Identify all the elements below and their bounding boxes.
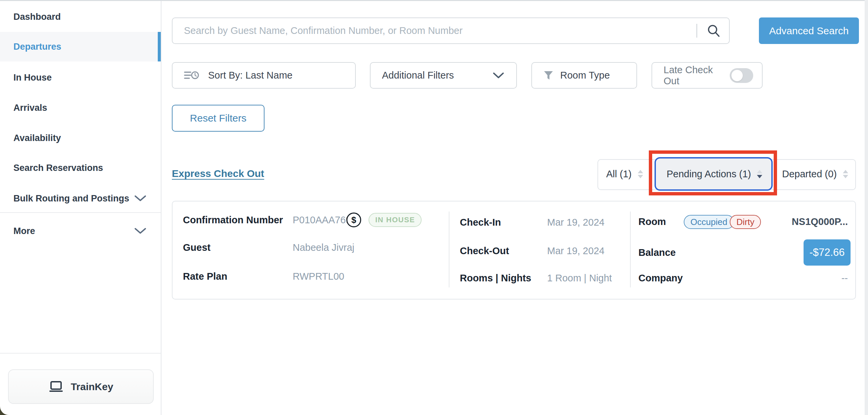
room-type-label: Room Type bbox=[560, 70, 610, 81]
trainkey-label: TrainKey bbox=[71, 381, 114, 392]
tab-all[interactable]: All (1) bbox=[606, 159, 643, 189]
rate-plan-value: RWPRTL00 bbox=[293, 271, 344, 282]
laptop-icon bbox=[49, 381, 63, 392]
sidebar-item-label: More bbox=[13, 226, 35, 236]
balance-label: Balance bbox=[639, 247, 676, 258]
room-number-value: NS1Q000P... bbox=[792, 216, 848, 227]
search-input[interactable] bbox=[172, 18, 730, 44]
rooms-nights-value: 1 Room | Night bbox=[547, 273, 612, 284]
card-column-divider bbox=[630, 211, 631, 288]
company-value: -- bbox=[841, 273, 848, 284]
sort-icon bbox=[173, 69, 199, 82]
sidebar-item-departures[interactable]: Departures bbox=[0, 32, 161, 61]
sidebar-item-more[interactable]: More bbox=[0, 217, 161, 245]
sort-by-label: Sort By: Last Name bbox=[208, 70, 292, 81]
tab-departed-label: Departed (0) bbox=[782, 169, 837, 180]
sidebar-item-label: Dashboard bbox=[13, 12, 61, 22]
guest-label: Guest bbox=[183, 242, 211, 253]
chevron-down-icon bbox=[134, 228, 146, 234]
toggle-knob bbox=[732, 70, 743, 81]
confirmation-number-label: Confirmation Number bbox=[183, 214, 283, 226]
trainkey-button[interactable]: TrainKey bbox=[8, 369, 154, 404]
scrollbar-track[interactable] bbox=[865, 0, 868, 415]
search-field-divider bbox=[696, 24, 697, 38]
guest-value: Nabeela Jivraj bbox=[293, 242, 354, 253]
chevron-down-icon bbox=[493, 72, 504, 79]
late-check-out-label: Late Check Out bbox=[652, 64, 730, 87]
in-house-status-badge: IN HOUSE bbox=[369, 213, 422, 227]
tab-pending-actions[interactable]: Pending Actions (1) bbox=[654, 157, 773, 191]
rate-plan-label: Rate Plan bbox=[183, 271, 227, 282]
sidebar: Dashboard Departures In House Arrivals A… bbox=[0, 1, 161, 415]
late-check-out-filter: Late Check Out bbox=[651, 62, 763, 89]
check-in-label: Check-In bbox=[460, 217, 501, 228]
sidebar-item-label: Search Reservations bbox=[13, 163, 103, 173]
sort-arrows-icon bbox=[843, 170, 848, 178]
tab-departed[interactable]: Departed (0) bbox=[782, 159, 848, 189]
sidebar-item-label: Bulk Routing and Postings bbox=[13, 194, 129, 204]
sidebar-item-label: In House bbox=[13, 72, 52, 83]
express-check-out-link[interactable]: Express Check Out bbox=[172, 168, 264, 179]
rooms-nights-label: Rooms | Nights bbox=[460, 273, 531, 284]
room-dirty-badge: Dirty bbox=[730, 215, 761, 229]
check-out-value: Mar 19, 2024 bbox=[547, 245, 604, 257]
balance-value: -$72.66 bbox=[809, 246, 844, 259]
active-indicator bbox=[158, 32, 161, 61]
sort-by-dropdown[interactable]: Sort By: Last Name bbox=[172, 62, 356, 89]
sidebar-item-label: Arrivals bbox=[13, 103, 47, 113]
dollar-icon[interactable]: $ bbox=[346, 212, 361, 227]
sidebar-item-label: Departures bbox=[13, 41, 61, 52]
tab-pending-actions-label: Pending Actions (1) bbox=[666, 169, 751, 180]
room-type-filter[interactable]: Room Type bbox=[531, 62, 637, 89]
sidebar-item-arrivals[interactable]: Arrivals bbox=[0, 94, 161, 122]
card-column-divider bbox=[449, 211, 450, 288]
sidebar-divider bbox=[0, 212, 161, 213]
check-in-value: Mar 19, 2024 bbox=[547, 217, 604, 228]
additional-filters-dropdown[interactable]: Additional Filters bbox=[370, 62, 517, 89]
sidebar-item-label: Availability bbox=[13, 133, 61, 143]
company-label: Company bbox=[639, 273, 683, 284]
sidebar-item-in-house[interactable]: In House bbox=[0, 63, 161, 92]
room-occupied-badge: Occupied bbox=[684, 215, 734, 229]
sort-arrows-icon bbox=[638, 170, 643, 178]
room-label: Room bbox=[639, 216, 666, 227]
balance-badge: -$72.66 bbox=[804, 239, 850, 266]
chevron-down-icon bbox=[134, 195, 146, 202]
background-corner bbox=[0, 406, 9, 415]
tab-all-label: All (1) bbox=[606, 169, 632, 180]
late-check-out-toggle[interactable] bbox=[730, 68, 753, 83]
advanced-search-button[interactable]: Advanced Search bbox=[759, 18, 859, 44]
additional-filters-label: Additional Filters bbox=[371, 70, 454, 81]
check-out-label: Check-Out bbox=[460, 245, 509, 257]
reset-filters-button[interactable]: Reset Filters bbox=[172, 105, 265, 131]
sidebar-item-availability[interactable]: Availability bbox=[0, 124, 161, 152]
sort-arrows-icon bbox=[757, 170, 762, 178]
sidebar-bottom-divider bbox=[0, 353, 161, 354]
sidebar-item-dashboard[interactable]: Dashboard bbox=[0, 3, 161, 31]
confirmation-number-value: P010AAA769 bbox=[293, 214, 351, 226]
search-icon[interactable] bbox=[706, 24, 721, 38]
sidebar-item-bulk-routing-and-postings[interactable]: Bulk Routing and Postings bbox=[0, 184, 161, 212]
filter-funnel-icon bbox=[532, 70, 554, 81]
sidebar-item-search-reservations[interactable]: Search Reservations bbox=[0, 154, 161, 182]
